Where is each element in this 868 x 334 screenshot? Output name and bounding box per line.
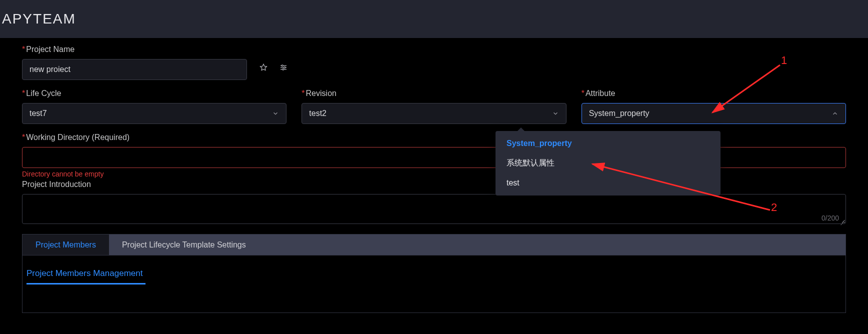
annotation-2: 2	[771, 201, 777, 214]
life-cycle-value: test7	[30, 109, 47, 118]
working-dir-input[interactable]	[22, 147, 846, 168]
label-intro: Project Introduction	[22, 180, 846, 189]
brand-text: APYTEAM	[2, 11, 76, 27]
row-lc-rev-attr: Life Cycle test7 Revision test2 Attribut…	[22, 89, 846, 124]
intro-textarea[interactable]	[22, 194, 846, 224]
label-revision: Revision	[302, 89, 566, 98]
svg-point-3	[282, 65, 283, 66]
project-name-input[interactable]	[22, 59, 247, 80]
tab-body: Project Members Management	[22, 255, 846, 313]
members-management-heading: Project Members Management	[26, 268, 142, 282]
field-attribute: Attribute System_property	[582, 89, 846, 124]
label-project-name: Project Name	[22, 45, 846, 54]
revision-select[interactable]: test2	[302, 103, 566, 124]
app-brand: APYTEAM	[0, 0, 868, 38]
attribute-value: System_property	[589, 109, 650, 118]
label-attribute: Attribute	[582, 89, 846, 98]
project-tabs: Project Members Project Lifecycle Templa…	[22, 234, 846, 255]
chevron-down-icon	[552, 110, 559, 117]
attribute-option-system-property[interactable]: System_property	[496, 134, 720, 153]
attribute-dropdown: System_property 系统默认属性 test	[496, 131, 720, 196]
resize-handle-icon[interactable]	[839, 219, 845, 225]
label-working-dir: Working Directory (Required)	[22, 133, 846, 142]
svg-point-5	[282, 68, 284, 70]
field-intro: Project Introduction 0/200	[22, 180, 846, 226]
tab-lifecycle-settings[interactable]: Project Lifecycle Template Settings	[109, 234, 259, 255]
field-project-name: Project Name	[22, 45, 846, 80]
attribute-option-default-cn[interactable]: 系统默认属性	[496, 153, 720, 174]
attribute-option-test[interactable]: test	[496, 174, 720, 192]
life-cycle-select[interactable]: test7	[22, 103, 286, 124]
tab-project-members[interactable]: Project Members	[22, 234, 109, 255]
annotation-1: 1	[781, 54, 787, 67]
field-revision: Revision test2	[302, 89, 566, 124]
working-dir-error: Directory cannot be empty	[22, 170, 846, 178]
project-form-page: Project Name Life Cycle t	[13, 38, 855, 334]
field-life-cycle: Life Cycle test7	[22, 89, 286, 124]
revision-value: test2	[309, 109, 326, 118]
attribute-select[interactable]: System_property	[582, 103, 846, 124]
field-working-dir: Working Directory (Required) Directory c…	[22, 133, 846, 178]
star-icon[interactable]	[257, 61, 270, 74]
chevron-up-icon	[832, 110, 838, 117]
svg-point-4	[284, 67, 286, 68]
label-life-cycle: Life Cycle	[22, 89, 286, 98]
tab-lifecycle-settings-label: Project Lifecycle Template Settings	[122, 240, 246, 250]
tab-project-members-label: Project Members	[36, 240, 96, 250]
sliders-icon[interactable]	[277, 61, 290, 74]
chevron-down-icon	[272, 110, 279, 117]
